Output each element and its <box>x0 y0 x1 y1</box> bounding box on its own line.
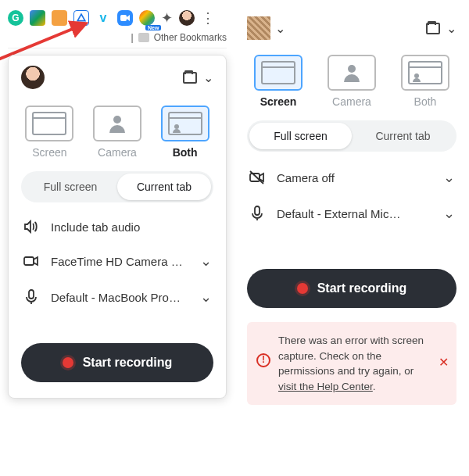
library-folder-button[interactable] <box>426 23 440 34</box>
error-text: There was an error with screen capture. … <box>278 335 424 392</box>
ext-zoom-icon[interactable] <box>117 10 133 26</box>
speaker-icon <box>23 220 40 234</box>
library-folder-button[interactable] <box>183 72 197 84</box>
svg-rect-6 <box>255 206 260 215</box>
camera-off-row[interactable]: Camera off ⌄ <box>247 159 456 195</box>
camera-off-icon <box>249 170 266 184</box>
capture-scope-toggle: Full screen Current tab <box>21 171 213 202</box>
seg-current-tab[interactable]: Current tab <box>352 123 454 149</box>
mode-camera-label: Camera <box>332 95 371 108</box>
seg-full-screen[interactable]: Full screen <box>23 174 117 200</box>
both-icon <box>408 61 442 84</box>
microphone-icon <box>249 206 266 221</box>
camera-person-icon <box>344 65 360 81</box>
start-recording-button[interactable]: Start recording <box>247 269 456 308</box>
seg-current-tab[interactable]: Current tab <box>117 174 211 200</box>
header-chevron-down-icon[interactable]: ⌄ <box>446 21 456 36</box>
chevron-down-icon: ⌄ <box>200 288 212 306</box>
mode-camera[interactable]: Camera <box>93 106 141 159</box>
mode-screen[interactable]: Screen <box>254 55 303 108</box>
mode-screen-label: Screen <box>32 146 66 159</box>
ext-analytics-icon[interactable] <box>52 10 67 26</box>
mic-select-row[interactable]: Default - MacBook Pro … ⌄ <box>21 279 213 315</box>
header-chevron-down-icon[interactable]: ⌄ <box>203 70 213 85</box>
camera-select-row[interactable]: FaceTime HD Camera (… ⌄ <box>21 243 213 279</box>
both-icon <box>168 112 202 135</box>
mic-select-value: Default - External Micr… <box>277 207 402 220</box>
mode-both-label: Both <box>414 95 437 108</box>
mic-select-value: Default - MacBook Pro … <box>51 291 184 304</box>
profile-avatar-icon[interactable] <box>179 10 195 26</box>
error-alert-icon: ! <box>256 353 270 367</box>
camera-person-icon <box>109 116 125 131</box>
user-avatar[interactable] <box>21 66 45 89</box>
svg-rect-2 <box>24 257 34 265</box>
tab-audio-label: Include tab audio <box>51 220 140 234</box>
ext-triangle-icon[interactable] <box>73 10 89 26</box>
mode-screen[interactable]: Screen <box>25 106 73 159</box>
ext-grammarly-icon[interactable]: G <box>8 10 23 26</box>
mode-camera[interactable]: Camera <box>328 55 376 108</box>
mode-both-label: Both <box>173 146 198 159</box>
camera-off-label: Camera off <box>277 171 335 184</box>
recorder-popup-right: ⌄ ⌄ Screen Camera Both <box>242 13 461 405</box>
chevron-down-icon: ⌄ <box>443 169 455 186</box>
ext-rainbow-icon[interactable]: New <box>139 10 155 26</box>
mode-both[interactable]: Both <box>161 106 209 159</box>
ext-drive-icon[interactable] <box>30 10 45 26</box>
help-center-link[interactable]: visit the Help Center <box>278 381 373 392</box>
svg-rect-0 <box>120 15 127 21</box>
chevron-down-icon: ⌄ <box>200 252 212 270</box>
screen-icon <box>261 61 295 84</box>
error-banner: ! There was an error with screen capture… <box>247 322 456 405</box>
folder-icon <box>138 33 149 42</box>
recorder-popup-left: ⌄ Screen Camera Both Full screen <box>8 55 227 399</box>
record-label: Start recording <box>317 281 407 295</box>
record-label: Start recording <box>83 356 173 370</box>
capture-scope-toggle: Full screen Current tab <box>247 120 456 152</box>
browser-extension-toolbar: G v New ✦ ⋮ <box>8 6 227 30</box>
microphone-icon <box>23 289 40 305</box>
mode-camera-label: Camera <box>98 146 137 159</box>
extensions-puzzle-icon[interactable]: ✦ <box>161 9 173 27</box>
mic-select-row[interactable]: Default - External Micr… ⌄ <box>247 195 456 231</box>
include-tab-audio-row[interactable]: Include tab audio <box>21 210 213 243</box>
new-badge: New <box>145 25 161 30</box>
other-bookmarks-link[interactable]: Other Bookmarks <box>154 32 227 43</box>
bookmarks-bar: | Other Bookmarks <box>8 30 227 48</box>
mode-both[interactable]: Both <box>401 55 449 108</box>
ext-vimeo-icon[interactable]: v <box>95 10 111 26</box>
seg-full-screen[interactable]: Full screen <box>249 123 352 149</box>
error-close-icon[interactable]: ✕ <box>439 353 449 371</box>
record-dot-icon <box>297 283 308 294</box>
camera-select-value: FaceTime HD Camera (… <box>51 255 184 268</box>
video-camera-icon <box>23 255 40 267</box>
mode-screen-label: Screen <box>260 95 297 108</box>
svg-rect-3 <box>29 290 34 299</box>
record-dot-icon <box>63 357 73 368</box>
screen-icon <box>32 112 66 135</box>
user-avatar-pixelated[interactable] <box>247 16 270 40</box>
chevron-down-icon: ⌄ <box>443 205 455 222</box>
browser-menu-icon[interactable]: ⋮ <box>201 9 215 27</box>
avatar-chevron-down-icon[interactable]: ⌄ <box>275 21 285 36</box>
start-recording-button[interactable]: Start recording <box>21 343 213 382</box>
